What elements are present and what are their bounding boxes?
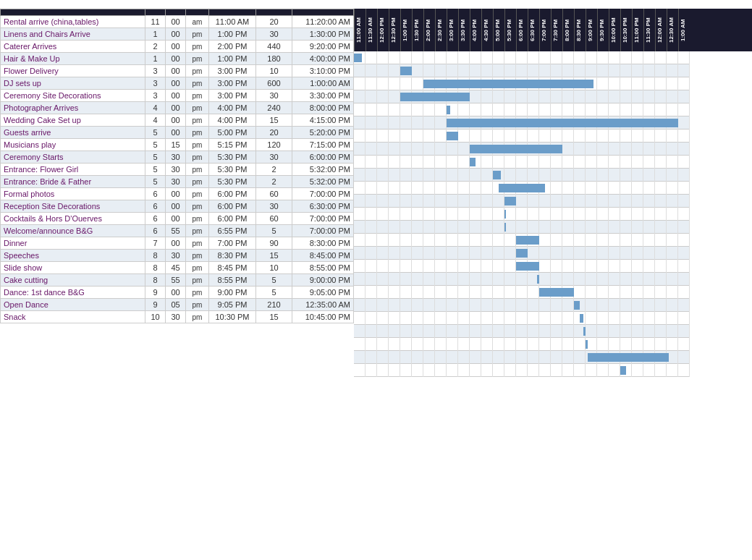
gantt-bar: [470, 145, 562, 153]
gantt-row: [354, 351, 690, 364]
item-min: 00: [166, 28, 186, 41]
gantt-bar: [574, 301, 580, 310]
gantt-row: [354, 156, 690, 169]
gantt-bar: [586, 340, 588, 349]
gantt-time-label: 3:00 PM: [447, 9, 458, 51]
item-min: 30: [166, 176, 186, 188]
item-min: 00: [166, 213, 186, 225]
item-endtime: 12:35:00 AM: [292, 299, 354, 311]
item-time: 6:00 PM: [209, 200, 256, 213]
gantt-row: [354, 130, 690, 143]
item-hour: 5: [145, 164, 166, 176]
item-hour: 3: [145, 65, 166, 77]
item-name: Welcome/announce B&G: [1, 225, 145, 237]
gantt-time-label: 12:00 AM: [655, 9, 667, 51]
item-endtime: 7:00:00 PM: [292, 213, 354, 225]
gantt-row: [354, 182, 690, 195]
item-duration: 10: [256, 65, 292, 77]
item-hour: 8: [145, 262, 166, 274]
gantt-bar: [400, 93, 470, 101]
table-row: Rental arrive (china,tables) 11 00 am 11…: [1, 16, 354, 28]
item-time: 4:00 PM: [209, 114, 256, 127]
item-duration: 15: [256, 250, 292, 262]
gantt-header: 11:00 AM11:30 AM12:00 PM12:30 PM1:00 PM1…: [354, 9, 752, 51]
gantt-time-label: 10:00 PM: [609, 9, 620, 51]
gantt-bar: [588, 353, 669, 362]
item-hour: 4: [145, 114, 166, 127]
item-hour: 6: [145, 188, 166, 200]
gantt-time-label: 5:30 PM: [504, 9, 516, 51]
gantt-row: [354, 286, 690, 299]
gantt-bar: [620, 366, 626, 375]
item-name: Dinner: [1, 237, 145, 250]
item-endtime: 10:45:00 PM: [292, 311, 354, 323]
item-endtime: 7:00:00 PM: [292, 225, 354, 237]
item-endtime: 5:20:00 PM: [292, 127, 354, 139]
item-duration: 5: [256, 225, 292, 237]
item-duration: 30: [256, 151, 292, 164]
item-name: Flower Delivery: [1, 65, 145, 77]
table-row: Flower Delivery 3 00 pm 3:00 PM 10 3:10:…: [1, 65, 354, 77]
item-time: 6:00 PM: [209, 188, 256, 200]
item-name: Reception Site Decorations: [1, 200, 145, 213]
gantt-row: [354, 299, 690, 312]
item-name: Guests arrive: [1, 127, 145, 139]
item-time: 8:30 PM: [209, 250, 256, 262]
gantt-row: [354, 103, 690, 116]
item-name: Ceremony Site Decorations: [1, 90, 145, 102]
item-name: Caterer Arrives: [1, 41, 145, 53]
gantt-row: [354, 169, 690, 182]
item-duration: 180: [256, 53, 292, 65]
gantt-row: [354, 77, 690, 90]
item-time: 5:30 PM: [209, 151, 256, 164]
item-hour: 8: [145, 274, 166, 287]
gantt-time-label: 8:00 PM: [562, 9, 574, 51]
table-row: Ceremony Site Decorations 3 00 pm 3:00 P…: [1, 90, 354, 102]
item-name: Ceremony Starts: [1, 151, 145, 164]
item-duration: 5: [256, 274, 292, 287]
item-min: 00: [166, 90, 186, 102]
gantt-time-label: 12:00 PM: [377, 9, 389, 51]
item-name: Photographer Arrives: [1, 102, 145, 114]
gantt-time-label: 1:00 AM: [678, 9, 690, 51]
gantt-row: [354, 143, 690, 156]
gantt-bar: [400, 67, 412, 75]
item-name: Speeches: [1, 250, 145, 262]
item-ampm: pm: [186, 65, 209, 77]
item-duration: 60: [256, 188, 292, 200]
item-endtime: 9:20:00 PM: [292, 41, 354, 53]
gantt-row: [354, 364, 690, 377]
item-hour: 3: [145, 90, 166, 102]
gantt-bar: [537, 275, 539, 284]
gantt-time-label: 8:30 PM: [574, 9, 586, 51]
gantt-row: [354, 234, 690, 247]
table-row: Slide show 8 45 pm 8:45 PM 10 8:55:00 PM: [1, 262, 354, 274]
item-time: 2:00 PM: [209, 41, 256, 53]
item-min: 30: [166, 311, 186, 323]
gantt-time-label: 3:30 PM: [458, 9, 470, 51]
item-min: 00: [166, 200, 186, 213]
gantt-row: [354, 195, 690, 208]
table-row: Cake cutting 8 55 pm 8:55 PM 5 9:00:00 P…: [1, 274, 354, 287]
item-min: 00: [166, 237, 186, 250]
table-row: Linens and Chairs Arrive 1 00 pm 1:00 PM…: [1, 28, 354, 41]
item-ampm: pm: [186, 250, 209, 262]
item-name: Cocktails & Hors D'Ouerves: [1, 213, 145, 225]
item-min: 00: [166, 188, 186, 200]
item-name: Linens and Chairs Arrive: [1, 28, 145, 41]
item-time: 5:30 PM: [209, 176, 256, 188]
item-ampm: am: [186, 16, 209, 28]
gantt-bar: [423, 80, 593, 88]
th-time: [209, 9, 256, 16]
item-name: Entrance: Bride & Father: [1, 176, 145, 188]
item-duration: 30: [256, 90, 292, 102]
item-endtime: 9:00:00 PM: [292, 274, 354, 287]
item-min: 00: [166, 127, 186, 139]
item-min: 55: [166, 274, 186, 287]
item-name: Hair & Make Up: [1, 53, 145, 65]
item-duration: 15: [256, 311, 292, 323]
item-name: Rental arrive (china,tables): [1, 16, 145, 28]
table-row: Dance: 1st dance B&G 9 00 pm 9:00 PM 5 9…: [1, 287, 354, 299]
item-hour: 4: [145, 102, 166, 114]
item-ampm: pm: [186, 188, 209, 200]
